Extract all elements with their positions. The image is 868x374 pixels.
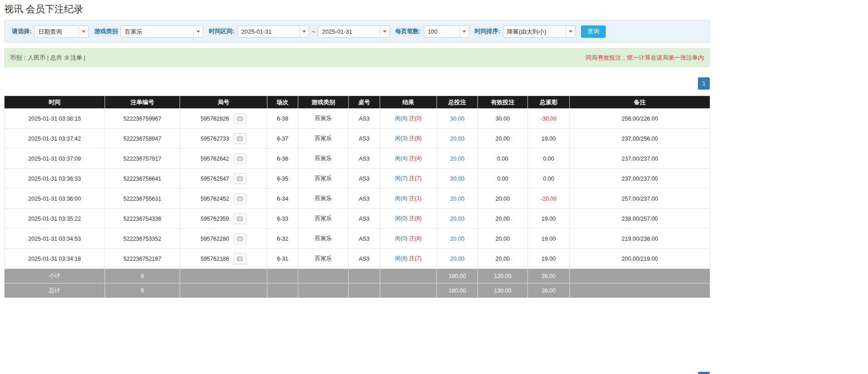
- cell-table-no: AS3: [349, 229, 380, 249]
- cell-remark: 200.00/219.00: [570, 249, 710, 269]
- round-replay-button[interactable]: [234, 253, 246, 264]
- cell-payout: -20.00: [528, 189, 570, 209]
- page-1-button[interactable]: 1: [698, 77, 710, 90]
- result-player: 闲(6): [395, 195, 407, 202]
- result-player: 闲(6): [395, 255, 407, 262]
- column-header: 游戏类别: [298, 96, 349, 109]
- date-from-value: 2025-01-31: [238, 26, 299, 37]
- footer-label: 小计: [5, 269, 105, 283]
- round-replay-button[interactable]: [234, 173, 246, 184]
- date-to-combobox[interactable]: 2025-01-31: [318, 25, 390, 38]
- cell-session: 6-38: [267, 109, 298, 129]
- table-row: 2025-01-31 03:35:22522236754336595762359…: [5, 209, 710, 229]
- result-banker: 庄(0): [409, 115, 422, 121]
- round-replay-button[interactable]: [234, 133, 246, 144]
- summary-notice-text: 同局有效投注，统一计算在该局第一张注单内: [586, 54, 704, 62]
- total-bet-link[interactable]: 20.00: [450, 236, 464, 242]
- column-header: 结果: [380, 96, 437, 109]
- cell-valid-bet: 20.00: [478, 189, 528, 209]
- cell-payout: 19.00: [528, 229, 570, 249]
- cell-time: 2025-01-31 03:38:15: [5, 109, 105, 129]
- cell-time: 2025-01-31 03:35:22: [5, 209, 105, 229]
- footer-empty: [570, 269, 710, 283]
- cell-remark: 256.00/226.00: [570, 109, 710, 129]
- cell-total-bet: 20.00: [437, 129, 478, 149]
- footer-count: 8: [105, 269, 180, 283]
- game-type-label: 游戏类别: [94, 27, 118, 35]
- cell-result: 闲(0) 庄(8): [380, 229, 437, 249]
- cell-game-type: 百家乐: [298, 249, 349, 269]
- range-separator: ~: [312, 28, 316, 35]
- cell-session: 6-34: [267, 189, 298, 209]
- cell-total-bet: 20.00: [437, 249, 478, 269]
- cell-round-id: 595762826: [180, 109, 267, 129]
- chevron-down-icon[interactable]: [79, 26, 88, 37]
- result-player: 闲(0): [395, 215, 407, 222]
- cell-bet-id: 522236757917: [105, 149, 180, 169]
- caret-shape: [196, 30, 200, 33]
- table-row: 2025-01-31 03:36:00522236755631595762452…: [5, 189, 710, 209]
- result-player: 闲(4): [395, 155, 407, 162]
- chevron-down-icon[interactable]: [193, 26, 203, 37]
- footer-payout: 26.00: [528, 269, 570, 283]
- total-bet-link[interactable]: 20.00: [450, 216, 464, 222]
- chevron-down-icon[interactable]: [380, 26, 389, 37]
- round-id-text: 595762186: [201, 256, 229, 262]
- pagination-bottom: 1: [4, 372, 710, 374]
- total-bet-link[interactable]: 20.00: [450, 156, 464, 162]
- total-bet-link[interactable]: 20.00: [450, 256, 464, 262]
- caret-shape: [569, 30, 572, 33]
- cell-valid-bet: 20.00: [478, 209, 528, 229]
- footer-empty: [180, 283, 267, 298]
- result-player: 闲(0): [395, 235, 407, 242]
- chevron-down-icon[interactable]: [299, 26, 309, 37]
- cell-session: 6-33: [267, 209, 298, 229]
- cell-payout: 0.00: [528, 169, 570, 189]
- round-id-text: 595762359: [201, 216, 229, 222]
- round-replay-button[interactable]: [234, 153, 246, 164]
- total-bet-link[interactable]: 20.00: [450, 196, 464, 202]
- cell-round-id: 595762642: [180, 149, 267, 169]
- page-size-combobox[interactable]: 100: [424, 25, 469, 38]
- cell-game-type: 百家乐: [298, 129, 349, 149]
- game-type-combobox[interactable]: 百家乐: [120, 25, 203, 38]
- footer-empty: [267, 269, 298, 283]
- filter-bar: 请选择: 日期查询 游戏类别 百家乐 时间区间: 2025-01-31 ~ 20…: [4, 20, 710, 43]
- cell-table-no: AS3: [349, 249, 380, 269]
- camera-icon: [236, 136, 243, 142]
- cell-bet-id: 522236752197: [105, 249, 180, 269]
- round-replay-button[interactable]: [234, 213, 246, 224]
- column-header: 注单编号: [105, 96, 180, 109]
- result-banker: 庄(6): [409, 135, 422, 142]
- cell-valid-bet: 0.00: [478, 169, 528, 189]
- cell-valid-bet: 20.00: [478, 249, 528, 269]
- footer-total-bet: 180.00: [437, 283, 478, 298]
- date-from-combobox[interactable]: 2025-01-31: [237, 25, 309, 38]
- cell-remark: 238.00/257.00: [570, 209, 710, 229]
- cell-game-type: 百家乐: [298, 189, 349, 209]
- sort-order-combobox[interactable]: 降冪(由大到小): [503, 25, 576, 38]
- total-bet-link[interactable]: 30.00: [450, 116, 464, 122]
- cell-time: 2025-01-31 03:36:33: [5, 169, 105, 189]
- cell-payout: 19.00: [528, 209, 570, 229]
- total-bet-link[interactable]: 30.00: [450, 176, 464, 182]
- summary-bar: 币别：人民币 | 总共 :8 注单 | 同局有效投注，统一计算在该局第一张注单内: [4, 48, 710, 67]
- round-replay-button[interactable]: [234, 193, 246, 204]
- footer-empty: [380, 269, 437, 283]
- footer-empty: [349, 283, 380, 298]
- total-bet-link[interactable]: 20.00: [450, 136, 464, 142]
- cell-session: 6-32: [267, 229, 298, 249]
- date-to-value: 2025-01-31: [318, 26, 380, 37]
- round-replay-button[interactable]: [234, 233, 246, 244]
- cell-result: 闲(4) 庄(4): [380, 149, 437, 169]
- page-1-button[interactable]: 1: [698, 372, 710, 374]
- table-body: 2025-01-31 03:38:15522236759967595762826…: [5, 109, 710, 269]
- round-replay-button[interactable]: [234, 113, 246, 124]
- chevron-down-icon[interactable]: [459, 26, 469, 37]
- cell-time: 2025-01-31 03:37:09: [5, 149, 105, 169]
- cell-bet-id: 522236755631: [105, 189, 180, 209]
- chevron-down-icon[interactable]: [566, 26, 575, 37]
- search-button[interactable]: 查询: [581, 25, 606, 38]
- pagination-top: 1: [4, 77, 710, 90]
- select-type-combobox[interactable]: 日期查询: [34, 25, 89, 38]
